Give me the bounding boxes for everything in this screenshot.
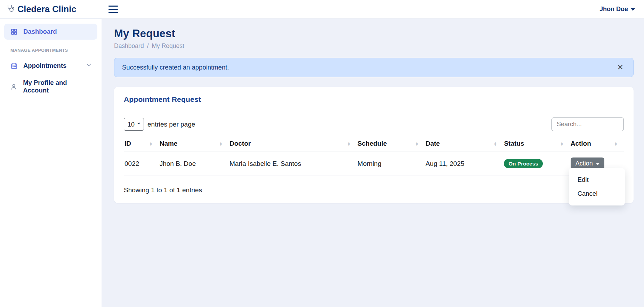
action-dropdown-menu: Edit Cancel [569,168,625,205]
breadcrumb-dashboard[interactable]: Dashboard [114,42,144,50]
column-header-status[interactable]: Status [503,137,570,152]
sidebar-item-profile[interactable]: My Profile and Account [4,75,97,98]
appointment-request-card: Appointment Request 10 entries per page [114,87,634,203]
sidebar-item-appointments[interactable]: Appointments [4,58,97,74]
menu-toggle-button[interactable] [106,3,120,15]
entries-per-page-label: entries per page [147,121,195,128]
breadcrumb-separator: / [147,42,149,50]
cell-status: On Process [503,152,570,176]
dropdown-item-cancel[interactable]: Cancel [569,187,625,201]
table-header-row: ID Name Doctor Schedule Date Status Acti… [124,137,624,152]
stethoscope-logo-icon [6,4,15,15]
dropdown-item-edit[interactable]: Edit [569,173,625,187]
top-bar: Cledera Clinic Jhon Doe [0,0,644,19]
sort-icon [614,142,618,146]
breadcrumb: Dashboard / My Request [114,42,634,50]
cell-name: Jhon B. Doe [159,152,229,176]
cell-schedule: Morning [357,152,425,176]
cell-action: Action Edit Cancel [570,152,624,176]
chevron-down-icon [631,8,635,11]
sidebar-item-dashboard[interactable]: Dashboard [4,24,97,40]
status-badge: On Process [504,159,542,168]
sort-icon [219,142,223,146]
column-header-id[interactable]: ID [124,137,159,152]
sort-icon [149,142,153,146]
column-header-doctor[interactable]: Doctor [229,137,357,152]
app: Cledera Clinic Jhon Doe [0,0,644,307]
column-header-name[interactable]: Name [159,137,229,152]
table-controls: 10 entries per page [124,118,624,131]
user-name: Jhon Doe [599,6,628,13]
page-title: My Request [114,27,634,40]
main-content: My Request Dashboard / My Request Succes… [102,19,644,307]
sort-icon [415,142,419,146]
appointments-table: ID Name Doctor Schedule Date Status Acti… [124,137,624,176]
cell-doctor: Maria Isabelle E. Santos [229,152,357,176]
sidebar: Dashboard MANAGE APPOINTMENTS Appointmen… [0,19,102,307]
close-icon[interactable] [615,63,626,72]
column-header-schedule[interactable]: Schedule [357,137,425,152]
breadcrumb-current: My Request [152,42,184,50]
calendar-icon [10,62,18,70]
sort-icon [347,142,351,146]
card-title: Appointment Request [124,95,624,104]
chevron-down-icon [86,62,92,70]
brand-name: Cledera Clinic [17,4,77,14]
table-entries-summary: Showing 1 to 1 of 1 entries [124,186,624,194]
sort-icon [494,142,497,146]
alert-message: Successfully created an appointment. [122,64,229,71]
sidebar-section-label: MANAGE APPOINTMENTS [4,41,97,58]
user-menu[interactable]: Jhon Doe [599,6,635,13]
success-alert: Successfully created an appointment. [114,58,634,77]
cell-id: 0022 [124,152,159,176]
table-row: 0022 Jhon B. Doe Maria Isabelle E. Santo… [124,152,624,176]
entries-per-page-select[interactable]: 10 [124,118,144,131]
column-header-date[interactable]: Date [425,137,504,152]
search-input[interactable] [552,118,624,131]
entries-select-wrap: 10 [124,118,144,131]
person-icon [10,82,18,91]
sidebar-item-label: Appointments [23,62,66,70]
sort-icon [560,142,564,146]
header-right: Jhon Doe [599,6,644,13]
column-header-action[interactable]: Action [570,137,624,152]
grid-icon [10,27,18,36]
sidebar-item-label: My Profile and Account [23,79,92,94]
brand: Cledera Clinic [0,4,102,15]
cell-date: Aug 11, 2025 [425,152,504,176]
sidebar-item-label: Dashboard [23,28,57,35]
